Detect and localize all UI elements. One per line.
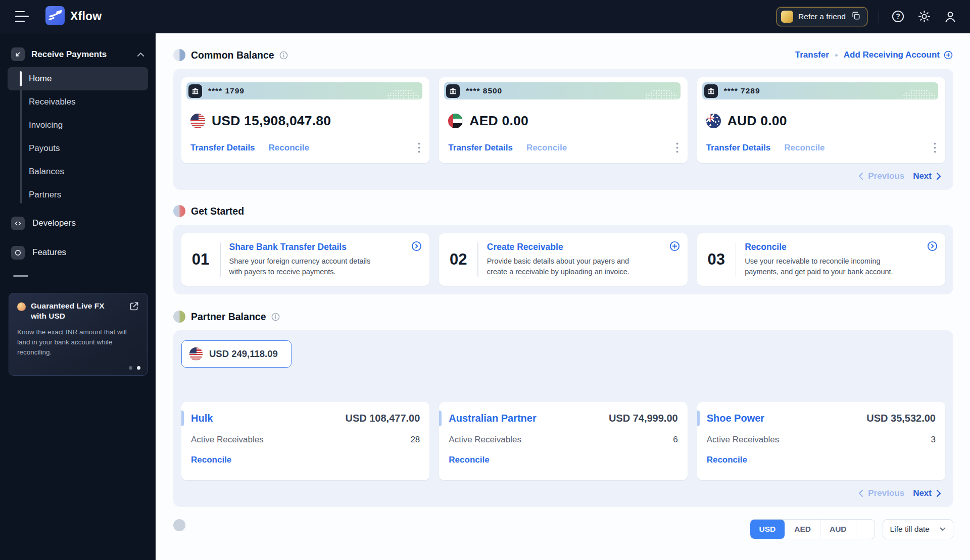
carousel-dot[interactable] (129, 366, 132, 370)
transfer-link[interactable]: Transfer (795, 50, 829, 60)
partner-card-shoe-power: Shoe Power USD 35,532.00 Active Receivab… (697, 402, 945, 480)
us-flag-icon (190, 114, 205, 128)
sidebar-section-label: Receive Payments (31, 49, 107, 60)
transfer-details-link[interactable]: Transfer Details (190, 143, 255, 153)
partner-name-link[interactable]: Hulk (191, 413, 213, 424)
info-icon[interactable] (279, 50, 288, 60)
brand[interactable]: Xflow (45, 6, 102, 27)
hamburger-menu-icon[interactable] (15, 11, 30, 22)
user-profile-icon[interactable] (943, 9, 958, 24)
sidebar-item-receivables[interactable]: Receivables (8, 90, 148, 114)
sidebar-item-invoicing[interactable]: Invoicing (8, 114, 148, 137)
date-range-dropdown[interactable]: Life till date (883, 519, 953, 539)
active-receivables-value: 6 (673, 435, 677, 445)
reconcile-link[interactable]: Reconcile (707, 455, 747, 465)
currency-toggle-extra[interactable] (856, 520, 875, 539)
partner-balance-chip[interactable]: USD 249,118.09 (181, 340, 292, 368)
promo-body: Know the exact INR amount that will land… (17, 327, 139, 358)
sidebar-item-balances[interactable]: Balances (8, 160, 148, 183)
step-title-link[interactable]: Share Bank Transfer Details (229, 242, 383, 252)
partner-accent-bar (697, 411, 700, 426)
add-receiving-account-label: Add Receiving Account (844, 50, 940, 60)
chevron-left-icon (858, 489, 863, 497)
chevron-circle-icon[interactable] (927, 240, 938, 254)
settings-gear-icon[interactable] (916, 9, 932, 24)
get-started-section: 01 Share Bank Transfer Details Share you… (173, 225, 953, 294)
help-icon[interactable]: ? (890, 9, 905, 24)
add-receiving-account-link[interactable]: Add Receiving Account (844, 50, 953, 60)
partner-balance-icon (173, 311, 185, 323)
info-icon[interactable] (271, 312, 280, 322)
promo-card-guaranteed-fx[interactable]: Guaranteed Live FX with USD Know the exa… (9, 293, 148, 376)
masked-account-number: **** 8500 (466, 86, 502, 95)
kebab-menu-icon[interactable] (934, 142, 936, 153)
previous-button[interactable]: Previous (858, 488, 904, 498)
masked-account-number: **** 1799 (208, 86, 245, 95)
kebab-menu-icon[interactable] (418, 142, 420, 153)
chevron-right-icon (936, 172, 941, 180)
bank-icon (188, 84, 202, 98)
common-balance-section: **** 1799 USD 15,908,047.80 Transfer Det… (173, 69, 953, 190)
reconcile-link[interactable]: Reconcile (526, 143, 567, 153)
currency-toggle-usd[interactable]: USD (750, 520, 786, 539)
sidebar-item-home[interactable]: Home (8, 67, 148, 90)
step-card-reconcile[interactable]: 03 Reconcile Use your receivable to reco… (697, 233, 945, 286)
active-receivables-value: 3 (931, 435, 936, 445)
reconcile-link[interactable]: Reconcile (784, 143, 825, 153)
section-icon (173, 519, 185, 531)
chevron-right-icon (936, 489, 941, 497)
chevron-left-icon (858, 172, 863, 180)
us-flag-icon (189, 347, 203, 361)
get-started-icon (173, 205, 185, 217)
bank-icon (446, 84, 460, 98)
common-balance-title: Common Balance (191, 49, 274, 61)
sidebar-item-partners[interactable]: Partners (8, 183, 148, 207)
partner-name-link[interactable]: Australian Partner (449, 413, 536, 424)
kebab-menu-icon[interactable] (676, 142, 678, 153)
reconcile-link[interactable]: Reconcile (191, 455, 231, 465)
au-flag-icon (706, 114, 721, 128)
next-button[interactable]: Next (913, 171, 941, 181)
chevron-circle-icon[interactable] (411, 240, 422, 254)
currency-toggle-aud[interactable]: AUD (820, 520, 856, 539)
sidebar-item-features[interactable]: Features (0, 240, 156, 265)
transfer-details-link[interactable]: Transfer Details (448, 143, 513, 153)
previous-button[interactable]: Previous (858, 171, 904, 181)
balance-amount: AED 0.00 (469, 113, 528, 129)
step-card-share-details[interactable]: 01 Share Bank Transfer Details Share you… (181, 233, 429, 286)
sidebar-section-receive-payments[interactable]: Receive Payments (0, 47, 156, 61)
active-receivables-label: Active Receivables (449, 435, 521, 445)
promo-title: Guaranteed Live FX with USD (31, 301, 112, 322)
step-description: Provide basic details about your payers … (487, 256, 641, 277)
step-description: Share your foreign currency account deta… (229, 256, 383, 277)
refer-a-friend-button[interactable]: Refer a friend (777, 7, 867, 26)
transfer-details-link[interactable]: Transfer Details (706, 143, 771, 153)
nav-divider (879, 11, 879, 23)
active-receivables-value: 28 (410, 435, 420, 445)
step-number: 02 (439, 241, 477, 278)
plus-circle-icon (943, 50, 953, 60)
chevron-down-icon (940, 527, 946, 531)
copy-icon[interactable] (851, 11, 861, 23)
next-button[interactable]: Next (913, 488, 941, 498)
sidebar-item-payouts[interactable]: Payouts (8, 137, 148, 160)
balance-amount: AUD 0.00 (728, 113, 787, 129)
main-content: Common Balance Transfer Add Receiving Ac… (156, 33, 970, 560)
account-strip: **** 8500 (444, 82, 680, 99)
reconcile-link[interactable]: Reconcile (269, 143, 309, 153)
currency-toggle-aed[interactable]: AED (785, 520, 820, 539)
sidebar-item-developers[interactable]: Developers (0, 211, 156, 236)
balance-amount: USD 15,908,047.80 (212, 113, 331, 129)
plus-circle-icon[interactable] (669, 240, 681, 254)
dot-separator (835, 54, 838, 57)
step-title-link[interactable]: Create Receivable (487, 242, 641, 252)
code-icon (11, 217, 25, 230)
carousel-dot-active[interactable] (137, 366, 140, 370)
chevron-up-icon[interactable] (137, 50, 144, 59)
step-card-create-receivable[interactable]: 02 Create Receivable Provide basic detai… (439, 233, 687, 286)
step-title-link[interactable]: Reconcile (745, 242, 899, 252)
reconcile-link[interactable]: Reconcile (449, 455, 489, 465)
external-link-icon[interactable] (129, 301, 139, 314)
brand-name: Xflow (70, 10, 102, 23)
partner-name-link[interactable]: Shoe Power (707, 413, 764, 424)
